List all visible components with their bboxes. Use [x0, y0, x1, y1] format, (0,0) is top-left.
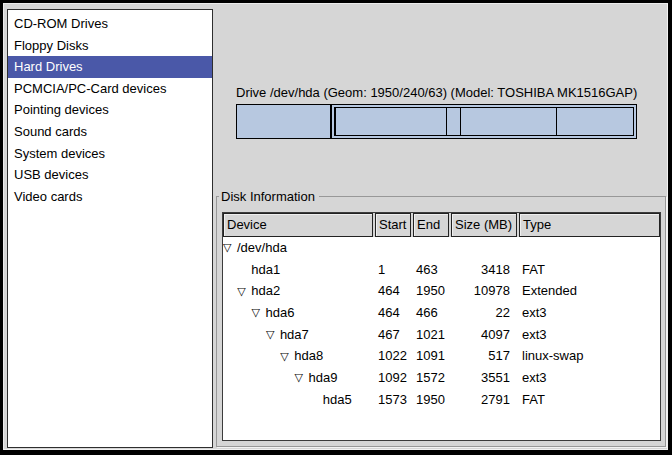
table-row-hda5[interactable]: hda5157319502791FAT — [223, 389, 660, 411]
device-name: hda9 — [309, 367, 338, 389]
type-cell: ext3 — [519, 302, 660, 324]
sidebar-item-pointing-devices[interactable]: Pointing devices — [8, 99, 212, 121]
partition-segment-hda1 — [237, 105, 332, 138]
start-cell: 1022 — [375, 345, 411, 367]
table-row-hda6[interactable]: ▽hda646446622ext3 — [223, 302, 660, 324]
device-cell: ▽hda6 — [223, 302, 373, 324]
partition-bar — [236, 104, 637, 139]
device-name: hda6 — [266, 302, 295, 324]
type-cell: Extended — [519, 280, 660, 302]
device-name: /dev/hda — [237, 237, 287, 259]
partition-segment-hda9 — [461, 108, 557, 135]
device-cell: ▽hda7 — [223, 324, 373, 346]
type-cell — [519, 237, 660, 259]
device-name: hda1 — [251, 259, 280, 281]
partition-segment-hda8 — [447, 108, 461, 135]
type-cell: ext3 — [519, 367, 660, 389]
sidebar-item-sound-cards[interactable]: Sound cards — [8, 121, 212, 143]
expander-open-icon[interactable]: ▽ — [252, 307, 266, 318]
size-cell: 3418 — [451, 259, 517, 281]
device-name: hda7 — [280, 324, 309, 346]
sidebar-item-cd-rom-drives[interactable]: CD-ROM Drives — [8, 13, 212, 35]
table-row-hda2[interactable]: ▽hda2464195010978Extended — [223, 280, 660, 302]
disk-table-body: ▽/dev/hdahda114633418FAT▽hda246419501097… — [223, 237, 660, 440]
device-cell: ▽/dev/hda — [223, 237, 373, 259]
size-cell: 3551 — [451, 367, 517, 389]
partition-segment-hda7 — [335, 108, 446, 135]
disk-table: Device Start End Size (MB) Type ▽/dev/hd… — [222, 212, 661, 441]
device-cell: ▽hda8 — [223, 345, 373, 367]
expander-open-icon[interactable]: ▽ — [266, 329, 280, 340]
start-cell — [375, 237, 411, 259]
table-row-hda7[interactable]: ▽hda746710214097ext3 — [223, 324, 660, 346]
start-cell: 467 — [375, 324, 411, 346]
end-cell: 1950 — [413, 389, 449, 411]
type-cell: ext3 — [519, 324, 660, 346]
expander-open-icon[interactable]: ▽ — [280, 351, 294, 362]
device-cell: ▽hda2 — [223, 280, 373, 302]
partition-segment-hda5 — [557, 108, 633, 135]
size-cell: 517 — [451, 345, 517, 367]
start-cell: 1092 — [375, 367, 411, 389]
sidebar-item-video-cards[interactable]: Video cards — [8, 186, 212, 208]
table-row-hda8[interactable]: ▽hda810221091517linux-swap — [223, 345, 660, 367]
type-cell: FAT — [519, 389, 660, 411]
end-cell: 1950 — [413, 280, 449, 302]
start-cell: 464 — [375, 302, 411, 324]
disk-table-header: Device Start End Size (MB) Type — [223, 213, 660, 237]
size-cell — [451, 237, 517, 259]
extended-partition-hda2 — [334, 107, 634, 136]
expander-open-icon[interactable]: ▽ — [237, 286, 251, 297]
device-cell: hda1 — [223, 259, 373, 281]
sidebar-item-floppy-disks[interactable]: Floppy Disks — [8, 35, 212, 57]
end-cell — [413, 237, 449, 259]
sidebar-item-hard-drives[interactable]: Hard Drives — [8, 56, 212, 78]
column-header-device[interactable]: Device — [223, 213, 373, 237]
column-header-size[interactable]: Size (MB) — [451, 213, 517, 237]
device-name: hda8 — [294, 345, 323, 367]
device-cell: hda5 — [223, 389, 373, 411]
end-cell: 1021 — [413, 324, 449, 346]
end-cell: 1091 — [413, 345, 449, 367]
end-cell: 463 — [413, 259, 449, 281]
expander-open-icon[interactable]: ▽ — [295, 372, 309, 383]
end-cell: 1572 — [413, 367, 449, 389]
sidebar-item-system-devices[interactable]: System devices — [8, 143, 212, 165]
column-header-end[interactable]: End — [413, 213, 449, 237]
sidebar-item-usb-devices[interactable]: USB devices — [8, 164, 212, 186]
start-cell: 1 — [375, 259, 411, 281]
column-header-start[interactable]: Start — [375, 213, 411, 237]
start-cell: 464 — [375, 280, 411, 302]
type-cell: linux-swap — [519, 345, 660, 367]
sidebar-item-pcmcia-pc-card-devices[interactable]: PCMCIA/PC-Card devices — [8, 78, 212, 100]
end-cell: 466 — [413, 302, 449, 324]
column-header-type[interactable]: Type — [519, 213, 660, 237]
device-cell: ▽hda9 — [223, 367, 373, 389]
device-name: hda2 — [251, 280, 280, 302]
type-cell: FAT — [519, 259, 660, 281]
device-name: hda5 — [323, 389, 352, 411]
size-cell: 2791 — [451, 389, 517, 411]
disk-information-frame-label: Disk Information — [219, 189, 319, 204]
start-cell: 1573 — [375, 389, 411, 411]
hardware-category-list: CD-ROM DrivesFloppy DisksHard DrivesPCMC… — [7, 9, 213, 448]
table-row-hda9[interactable]: ▽hda9109215723551ext3 — [223, 367, 660, 389]
expander-open-icon[interactable]: ▽ — [223, 242, 237, 253]
drive-info-label: Drive /dev/hda (Geom: 1950/240/63) (Mode… — [236, 85, 637, 100]
size-cell: 4097 — [451, 324, 517, 346]
size-cell: 10978 — [451, 280, 517, 302]
table-row-hda1[interactable]: hda114633418FAT — [223, 259, 660, 281]
size-cell: 22 — [451, 302, 517, 324]
table-row-dev-hda[interactable]: ▽/dev/hda — [223, 237, 660, 259]
